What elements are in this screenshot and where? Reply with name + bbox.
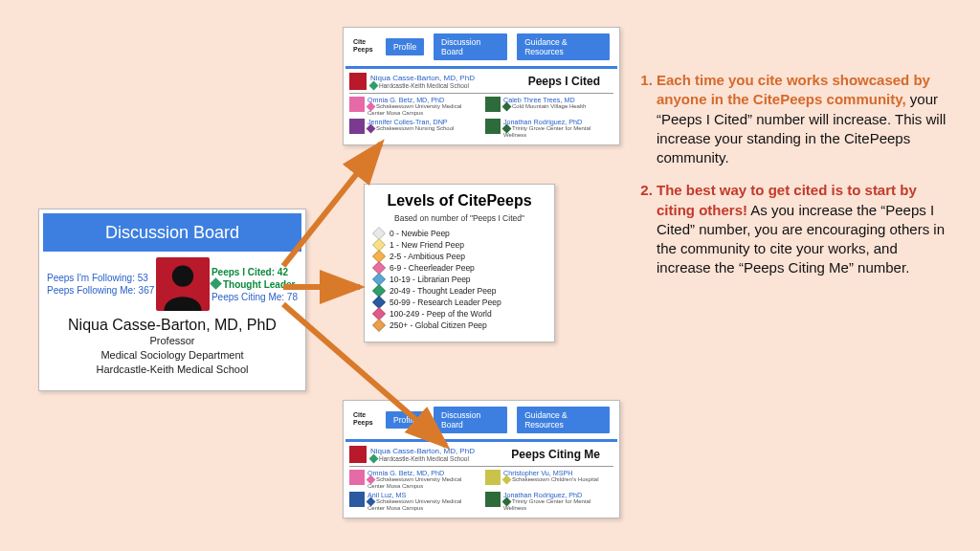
peep-sub: Schakeestown Nursing School: [368, 125, 454, 132]
tab-discussion[interactable]: Discussion Board: [434, 33, 507, 60]
diamond-icon: [502, 102, 512, 112]
avatar: [349, 97, 365, 112]
level-label: 100-249 - Peep of the World: [390, 309, 492, 319]
level-label: 250+ - Global Citizen Peep: [390, 320, 487, 330]
diamond-icon: [367, 475, 376, 485]
level-row: 100-249 - Peep of the World: [374, 309, 545, 319]
mini-me-sub: Hardcastle-Keith Medical School: [379, 82, 469, 89]
level-row: 6-9 - Cheerleader Peep: [374, 263, 545, 273]
diamond-icon: [502, 475, 512, 485]
levels-sub: Based on number of "Peeps I Cited": [374, 213, 545, 223]
avatar: [349, 73, 367, 90]
peep-sub: Trinity Grove Center for Mental Wellness: [503, 498, 613, 512]
stat-value: 78: [287, 292, 298, 302]
peep-sub: Schakeestown Children's Hospital: [503, 476, 599, 483]
peep-name: Christopher Vu, MSPH: [503, 470, 599, 476]
lead-text: Each time you cite works showcased by an…: [657, 72, 930, 107]
stat-label: Peeps Following Me:: [47, 285, 136, 296]
diamond-icon: [369, 454, 379, 464]
svg-point-0: [172, 265, 193, 286]
profile-school: Hardcastle-Keith Medical School: [47, 363, 298, 377]
tab-profile[interactable]: Profile: [386, 411, 424, 429]
tab-guidance[interactable]: Guidance & Resources: [517, 33, 610, 60]
avatar: [349, 492, 365, 507]
avatar: [349, 119, 365, 134]
panel-title: Peeps Citing Me: [498, 448, 613, 461]
logo: Cite Peeps: [353, 411, 376, 429]
peep-name: Omnia G. Betz, MD, PhD: [368, 97, 478, 103]
mini-me-name: Niqua Casse-Barton, MD, PhD: [370, 74, 475, 82]
avatar: [156, 257, 210, 311]
profile-title: Professor: [47, 334, 298, 348]
diamond-icon: [369, 81, 379, 91]
peep-name: Jonathan Rodriguez, PhD: [503, 119, 613, 125]
tab-guidance[interactable]: Guidance & Resources: [517, 407, 610, 433]
diamond-icon: [502, 124, 512, 134]
profile-stats-right: Peeps I Cited: 42 Thought Leader Peeps C…: [212, 267, 298, 302]
level-row: 2-5 - Ambitious Peep: [374, 252, 545, 261]
stat-value: 367: [139, 285, 155, 296]
citing-panel: Cite Peeps Profile Discussion Board Guid…: [343, 400, 620, 518]
stat-label: Peeps Citing Me:: [212, 292, 284, 302]
peep-name: Anil Luz, MS: [368, 492, 478, 498]
tab-discussion[interactable]: Discussion Board: [434, 407, 507, 433]
level-row: 250+ - Global Citizen Peep: [374, 320, 545, 330]
peep-item[interactable]: Caleb Three Trees, MDCold Mountain Villa…: [485, 97, 613, 117]
diamond-icon: [502, 497, 512, 507]
stat-label: Peeps I Cited:: [212, 267, 275, 277]
profile-dept: Medical Sociology Department: [47, 348, 298, 363]
peep-item[interactable]: Omnia G. Betz, MD, PhDSchakeestown Unive…: [349, 470, 478, 490]
cited-panel: Cite Peeps Profile Discussion Board Guid…: [343, 27, 620, 145]
peep-item[interactable]: Anil Luz, MSSchakeestown University Medi…: [349, 492, 478, 512]
profile-header: Discussion Board: [43, 213, 301, 252]
peep-item[interactable]: Jonathan Rodriguez, PhDTrinity Grove Cen…: [485, 119, 613, 139]
levels-title: Levels of CitePeeps: [374, 192, 545, 209]
profile-stats-left: Peeps I'm Following: 53 Peeps Following …: [47, 273, 154, 296]
mini-nav: Cite Peeps Profile Discussion Board Guid…: [344, 401, 619, 439]
level-row: 20-49 - Thought Leader Peep: [374, 286, 545, 296]
panel-title: Peeps I Cited: [515, 75, 613, 88]
peep-name: Jonathan Rodriguez, PhD: [503, 492, 613, 498]
peep-item[interactable]: Jonathan Rodriguez, PhDTrinity Grove Cen…: [485, 492, 613, 512]
stat-label: Thought Leader: [223, 279, 296, 290]
avatar: [349, 470, 365, 485]
level-row: 0 - Newbie Peep: [374, 229, 545, 238]
level-label: 1 - New Friend Peep: [390, 240, 464, 250]
peep-sub: Schakeestown University Medical Center M…: [368, 476, 478, 490]
avatar: [485, 470, 501, 485]
level-label: 6-9 - Cheerleader Peep: [390, 263, 475, 273]
stat-value: 42: [278, 267, 288, 277]
avatar: [485, 119, 501, 134]
peep-name: Jennifer Colles-Tran, DNP: [368, 119, 454, 125]
peep-sub: Schakeestown University Medical Center M…: [368, 103, 478, 117]
diamond-icon: [367, 124, 376, 134]
explainer-text: Each time you cite works showcased by an…: [635, 71, 951, 292]
diamond-icon: [372, 319, 386, 332]
avatar: [485, 97, 501, 112]
peep-item[interactable]: Jennifer Colles-Tran, DNPSchakeestown Nu…: [349, 119, 478, 139]
peep-sub: Schakeestown University Medical Center M…: [368, 498, 478, 512]
peep-sub: Cold Mountain Village Health: [503, 103, 586, 110]
mini-me: Niqua Casse-Barton, MD, PhD Hardcastle-K…: [349, 446, 475, 463]
avatar: [485, 492, 501, 507]
mini-me: Niqua Casse-Barton, MD, PhD Hardcastle-K…: [349, 73, 475, 90]
level-label: 2-5 - Ambitious Peep: [390, 252, 465, 261]
peep-name: Caleb Three Trees, MD: [503, 97, 586, 103]
diamond-icon: [367, 497, 376, 507]
tab-profile[interactable]: Profile: [386, 38, 424, 55]
level-row: 10-19 - Librarian Peep: [374, 275, 545, 284]
level-label: 20-49 - Thought Leader Peep: [390, 286, 496, 296]
stat-label: Peeps I'm Following:: [47, 273, 135, 283]
peep-item[interactable]: Omnia G. Betz, MD, PhDSchakeestown Unive…: [349, 97, 478, 117]
level-row: 50-99 - Research Leader Peep: [374, 298, 545, 307]
diamond-icon: [210, 277, 222, 290]
peep-sub: Trinity Grove Center for Mental Wellness: [503, 125, 613, 139]
peep-item[interactable]: Christopher Vu, MSPHSchakeestown Childre…: [485, 470, 613, 490]
mini-me-sub: Hardcastle-Keith Medical School: [379, 455, 469, 462]
peep-grid: Omnia G. Betz, MD, PhDSchakeestown Unive…: [349, 470, 613, 512]
level-label: 50-99 - Research Leader Peep: [390, 298, 501, 307]
levels-card: Levels of CitePeeps Based on number of "…: [364, 184, 555, 342]
level-row: 1 - New Friend Peep: [374, 240, 545, 250]
mini-me-name: Niqua Casse-Barton, MD, PhD: [370, 447, 475, 455]
profile-header-title: Discussion Board: [105, 223, 239, 243]
